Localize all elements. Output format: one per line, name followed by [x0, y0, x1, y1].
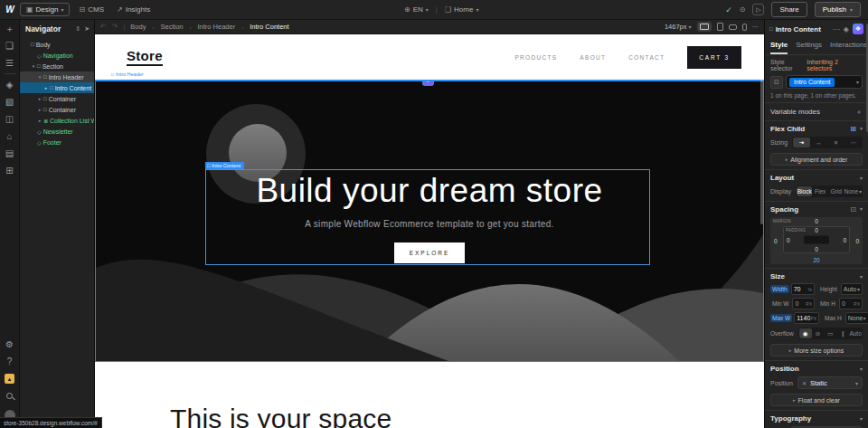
design-mode-button[interactable]: ▣ Design ▾ [20, 3, 70, 16]
breadcrumb-intro-content[interactable]: Intro Content [250, 23, 288, 31]
navigator-button[interactable]: ☰ [0, 54, 20, 71]
alignment-and-order-button[interactable]: ▸ Alignment and order [770, 153, 863, 166]
page-switcher[interactable]: ❑ Home ▾ [445, 5, 479, 14]
padding-left-value[interactable]: 0 [787, 237, 790, 243]
add-variable-mode-button[interactable]: ＋ [855, 107, 863, 117]
height-input[interactable]: Auto ▾ [841, 283, 863, 295]
settings-gear-icon[interactable]: ⚙ [0, 336, 20, 353]
assets-button[interactable]: ▧ [0, 93, 20, 110]
hero-section[interactable]: Build your dream store A simple Webflow … [95, 80, 764, 362]
margin-bottom-value[interactable]: 20 [813, 257, 819, 263]
apps-button[interactable]: ⊞ [0, 162, 20, 179]
sizing-shrink-button[interactable]: ⇥ [793, 138, 810, 147]
margin-right-value[interactable]: 0 [855, 238, 859, 244]
overflow-hidden-button[interactable]: ⊘ [812, 328, 825, 338]
ai-assistant-button[interactable]: ❖ [853, 24, 863, 34]
chevron-down-icon[interactable]: ▾ [860, 273, 863, 280]
max-width-unit[interactable]: PX [810, 316, 816, 321]
width-input[interactable]: 70 % [791, 283, 815, 295]
breakpoint-phone-landscape-button[interactable] [729, 24, 737, 30]
more-size-options-button[interactable]: ▸ More size options [770, 344, 863, 357]
min-height-input[interactable]: 0 PX [839, 298, 863, 309]
help-button[interactable]: ? [0, 353, 20, 370]
margin-left-value[interactable]: 0 [774, 238, 778, 244]
collapse-all-icon[interactable]: ⇕ [75, 25, 80, 33]
max-width-input[interactable]: 1140 PX [794, 312, 819, 324]
chevron-collapsed-icon[interactable]: ▸ [43, 85, 49, 90]
nav-link-contact[interactable]: CONTACT [628, 54, 665, 61]
tree-item-section[interactable]: ▾ □ Section [20, 61, 94, 71]
chevron-expanded-icon[interactable]: ▾ [37, 74, 42, 80]
chevron-expanded-icon[interactable]: ▾ [31, 63, 36, 69]
intro-header-selection-label[interactable]: □ Intro Header [111, 71, 144, 77]
cart-button[interactable]: CART 3 [687, 46, 741, 69]
chevron-down-icon[interactable]: ▾ [860, 125, 863, 133]
tree-item-intro-header[interactable]: ▾ □ Intro Header [20, 71, 94, 82]
tab-interactions[interactable]: Interactions [830, 38, 867, 54]
nav-link-products[interactable]: PRODUCTS [514, 54, 557, 61]
undo-icon[interactable]: ↶ [100, 23, 107, 31]
margin-top-value[interactable]: 0 [815, 218, 818, 224]
add-element-button[interactable]: ＋ [0, 20, 20, 37]
add-section-handle[interactable]: ❖ [422, 80, 434, 86]
interactions-button[interactable]: ◫ [0, 110, 20, 128]
max-height-input[interactable]: None ▾ [845, 312, 868, 324]
cms-button[interactable]: ⊟ CMS [79, 5, 103, 14]
webflow-logo[interactable]: W [0, 5, 20, 14]
tree-item-body[interactable]: □ Body [20, 39, 94, 50]
tab-style[interactable]: Style [770, 38, 788, 54]
min-width-input[interactable]: 0 PX [792, 298, 815, 309]
inheriting-indicator[interactable]: Inheriting 2 selectors [807, 59, 863, 71]
float-and-clear-button[interactable]: ▸ Float and clear [770, 394, 863, 406]
min-height-property-chip[interactable]: Min H [818, 300, 837, 308]
tab-settings[interactable]: Settings [796, 38, 822, 54]
overflow-clip-button[interactable]: ∥ [836, 328, 849, 338]
site-logo[interactable]: Store [127, 48, 163, 66]
locale-switcher[interactable]: ⊕ EN ▾ [404, 5, 429, 14]
share-button[interactable]: Share [771, 2, 807, 17]
max-height-property-chip[interactable]: Max H [823, 314, 844, 322]
padding-right-value[interactable]: 0 [843, 237, 846, 243]
min-height-unit[interactable]: PX [854, 301, 860, 307]
chevron-collapsed-icon[interactable]: ▸ [37, 107, 42, 112]
breakpoint-desktop-button[interactable] [697, 22, 712, 32]
more-options-icon[interactable]: ⋯ [833, 25, 840, 33]
display-block-button[interactable]: Block [797, 186, 813, 196]
intro-content-selection-label[interactable]: □ Intro Content [205, 162, 244, 169]
breakpoint-phone-button[interactable] [742, 24, 747, 31]
chevron-down-icon[interactable]: ▾ [860, 366, 863, 372]
max-width-property-chip[interactable]: Max W [770, 314, 792, 322]
tree-item-container[interactable]: ▸ □ Container [20, 104, 94, 115]
chevron-down-icon[interactable]: ▾ [860, 175, 863, 181]
display-flex-button[interactable]: Flex [812, 186, 828, 196]
class-selector-input[interactable]: Intro Content ▾ [786, 75, 863, 89]
tree-item-newsletter[interactable]: ◇ Newsletter [20, 126, 94, 137]
chevron-down-icon[interactable]: ▾ [860, 415, 863, 422]
insights-button[interactable]: ↗ Insights [117, 5, 150, 14]
tree-item-intro-content-selected[interactable]: ▸ □ Intro Content [20, 82, 94, 93]
min-width-property-chip[interactable]: Min W [770, 300, 790, 308]
chevron-down-icon[interactable]: ▾ [860, 205, 863, 214]
preview-button[interactable]: ▷ [752, 4, 764, 15]
flex-parent-indicator-icon[interactable]: ⊞ [850, 125, 856, 133]
padding-bottom-value[interactable]: 0 [815, 246, 818, 252]
breadcrumb-section[interactable]: Section [160, 23, 183, 31]
width-unit[interactable]: % [808, 287, 812, 292]
libraries-button[interactable]: ▤ [0, 145, 20, 162]
nav-link-about[interactable]: ABOUT [580, 54, 606, 61]
pages-button[interactable]: ❏ [0, 37, 20, 54]
overflow-scroll-button[interactable]: ▭ [824, 328, 836, 338]
position-dropdown[interactable]: ✕ Static ▾ [797, 376, 863, 389]
display-none-button[interactable]: None ▾ [844, 186, 862, 196]
breadcrumb-body[interactable]: Body [130, 23, 146, 31]
tree-item-footer[interactable]: ◇ Footer [20, 137, 94, 147]
chevron-collapsed-icon[interactable]: ▸ [37, 96, 42, 101]
zoom-search-button[interactable] [0, 387, 20, 404]
more-breakpoints-button[interactable]: ⋯ [752, 23, 760, 31]
redo-icon[interactable]: ↷ [112, 23, 118, 31]
height-property-chip[interactable]: Height [818, 285, 839, 293]
min-width-unit[interactable]: PX [806, 301, 812, 307]
class-pill[interactable]: Intro Content [789, 78, 835, 87]
comments-icon[interactable]: ⊙ [740, 5, 746, 14]
audit-panel-button[interactable]: ▲ [0, 370, 20, 387]
